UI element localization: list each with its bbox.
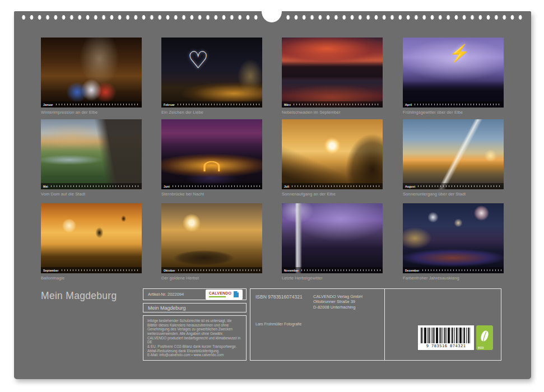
month-cell-juli: Juli Sonnenaufgang an der Elbe — [282, 119, 383, 197]
month-label: Oktober — [164, 269, 175, 272]
calvendo-wordmark: CALVENDO — [209, 291, 231, 295]
calvendo-page-icon — [233, 291, 239, 298]
date-strip: September — [41, 267, 142, 273]
month-photo-april: ⚡ April — [403, 38, 504, 108]
artikel-number: Artikel-Nr. 2022094 — [148, 292, 184, 297]
photo-caption: Ein Zeichen der Liebe — [161, 110, 262, 115]
photo-caption: Letzte Herbstgewitter — [282, 276, 383, 281]
month-cell-oktober: Oktober Der goldene Herbst — [161, 203, 262, 281]
date-strip: März — [282, 101, 383, 108]
date-row — [173, 185, 260, 187]
month-label: Juli — [284, 185, 289, 188]
date-row — [292, 185, 380, 187]
legal-notice: Infolge bestehender Schutzrechte ist es … — [143, 315, 247, 361]
month-label: November — [284, 269, 299, 272]
date-strip: Januar — [41, 101, 142, 108]
photo-caption: Sonnenaufgang an der Elbe — [282, 192, 383, 197]
month-photo-september: September — [41, 203, 142, 273]
month-photo-maerz: März — [282, 38, 383, 108]
date-strip: Februar — [161, 101, 262, 108]
spiral-binding-holes-right — [284, 14, 525, 21]
barcode-group: 9 783516 074321 eco — [418, 325, 493, 350]
date-strip: August — [403, 183, 504, 189]
light-heart-icon: ♡ — [188, 49, 209, 72]
month-cell-dezember: Dezember Farbenfroher Jahresausklang — [403, 203, 504, 281]
leaf-icon — [478, 329, 491, 346]
month-cell-februar: ♡ Februar Ein Zeichen der Liebe — [161, 38, 262, 115]
date-row — [301, 269, 380, 271]
calvendo-logo: CALVENDO — [206, 290, 243, 300]
date-row — [62, 269, 140, 271]
hanger-notch — [262, 1, 282, 22]
photo-caption: Der goldene Herbst — [161, 276, 262, 281]
month-photo-juni: ∩ Juni — [161, 119, 262, 189]
calendar-back-cover: { "page": { "title": "Mein Magdeburg" },… — [0, 0, 544, 392]
month-photo-august: August — [403, 119, 504, 189]
date-strip: Mai — [41, 183, 142, 189]
month-cell-maerz: März Nebelschwaden im September — [282, 38, 383, 115]
calendar-sheet: Januar Winterimpression an der Elbe ♡ Fe… — [14, 11, 531, 379]
month-photo-oktober: Oktober — [161, 203, 262, 273]
photo-caption: Vom Dom auf die Stadt — [41, 192, 142, 197]
month-label: Februar — [164, 103, 175, 106]
spiral-binding-holes-left — [20, 14, 261, 21]
photo-caption: Ballonmagie — [41, 276, 142, 281]
ean-barcode: 9 783516 074321 — [418, 325, 474, 350]
photo-caption: Sonnenuntergang über der Stadt — [403, 192, 504, 197]
eco-badge: eco — [476, 325, 493, 350]
photo-caption: Nebelschwaden im September — [282, 110, 383, 115]
imprint-area: Artikel-Nr. 2022094 CALVENDO Mein Magdeb… — [143, 288, 501, 361]
month-label: Dezember — [405, 269, 420, 272]
barcode-digits: 9 783516 074321 — [421, 344, 471, 348]
photo-caption: Farbenfroher Jahresausklang — [403, 276, 504, 281]
date-row — [178, 269, 260, 271]
month-cell-mai: Mai Vom Dom auf die Stadt — [41, 119, 142, 197]
isbn-section: ISBN 9783516074321 CALVENDO Verlag GmbH … — [250, 289, 385, 360]
barcode-section: 9 783516 074321 eco — [385, 289, 501, 360]
month-cell-august: August Sonnenuntergang über der Stadt — [403, 119, 504, 197]
month-photo-februar: ♡ Februar — [161, 38, 262, 108]
month-cell-november: November Letzte Herbstgewitter — [282, 203, 383, 281]
month-cell-april: ⚡ April Frühlingsgewitter über der Elbe — [403, 38, 504, 115]
photo-caption: Sternbrücke bei Nacht — [161, 192, 262, 197]
isbn-number: ISBN 9783516074321 — [255, 294, 313, 310]
month-cell-januar: Januar Winterimpression an der Elbe — [41, 38, 142, 115]
month-label: Januar — [43, 103, 53, 106]
eco-label: eco — [478, 346, 483, 349]
date-row — [178, 104, 260, 105]
date-row — [415, 104, 501, 105]
title-box: Mein Magdeburg — [143, 303, 247, 312]
month-photo-november: November — [282, 203, 383, 273]
month-photo-mai: Mai — [41, 119, 142, 189]
photographer-credit: Lars Frohmüller Fotografie — [255, 322, 384, 326]
date-row — [422, 269, 502, 271]
month-photo-januar: Januar — [41, 38, 142, 108]
calvendo-tagline-bar — [209, 296, 226, 298]
month-photo-juli: Juli — [282, 119, 383, 189]
month-cell-juni: ∩ Juni Sternbrücke bei Nacht — [161, 119, 262, 197]
calendar-title: Mein Magdeburg — [41, 290, 117, 302]
artikel-box: Artikel-Nr. 2022094 CALVENDO — [143, 288, 247, 300]
date-strip: Oktober — [161, 267, 262, 273]
title-box-text: Mein Magdeburg — [148, 305, 186, 311]
publisher-address: CALVENDO Verlag GmbH Ottobrunner Straße … — [313, 294, 362, 310]
month-label: April — [405, 103, 412, 106]
barcode-bars — [421, 328, 471, 343]
month-label: Juni — [164, 185, 170, 188]
date-strip: Dezember — [403, 267, 504, 273]
bridge-arch-icon: ∩ — [199, 155, 225, 175]
lightning-icon: ⚡ — [449, 45, 470, 62]
month-photo-dezember: Dezember — [403, 203, 504, 273]
date-row — [294, 104, 380, 105]
date-strip: November — [282, 267, 383, 273]
date-row — [418, 185, 501, 187]
month-label: März — [284, 103, 291, 106]
date-strip: Juni — [161, 183, 262, 189]
calvendo-wordmark-wrap: CALVENDO — [209, 291, 231, 297]
month-cell-september: September Ballonmagie — [41, 203, 142, 281]
imprint-left-column: Artikel-Nr. 2022094 CALVENDO Mein Magdeb… — [143, 288, 247, 361]
month-label: September — [43, 269, 59, 272]
photo-caption: Frühlingsgewitter über der Elbe — [403, 110, 504, 115]
month-label: Mai — [43, 185, 48, 188]
date-strip: Juli — [282, 183, 383, 189]
